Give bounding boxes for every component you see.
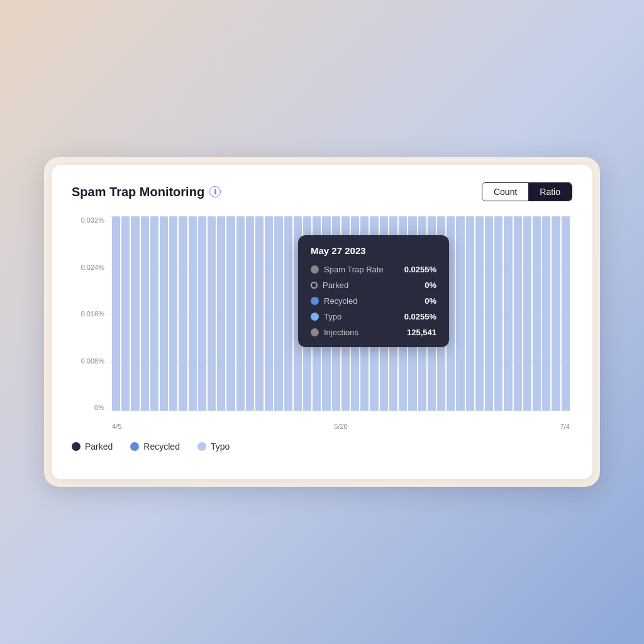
bar-typo xyxy=(160,216,168,411)
bar-group-42 xyxy=(514,216,522,411)
tooltip-dot-typo xyxy=(311,313,319,321)
bar-group-38 xyxy=(475,216,484,411)
bar-group-3 xyxy=(141,216,149,411)
bar-typo xyxy=(198,216,206,411)
tooltip-label-injections: Injections xyxy=(324,328,358,337)
bar-typo xyxy=(246,216,254,411)
tooltip-label-typo: Typo xyxy=(324,312,341,321)
tooltip-row-parked: Parked 0% xyxy=(311,280,436,290)
tooltip: May 27 2023 Spam Trap Rate 0.0255% Parke… xyxy=(298,235,449,347)
bar-group-5 xyxy=(160,216,168,411)
tooltip-left-typo: Typo xyxy=(311,312,341,321)
legend-label-typo: Typo xyxy=(211,441,230,452)
tooltip-value-typo: 0.0255% xyxy=(404,312,436,321)
y-label-0: 0% xyxy=(72,404,104,411)
bar-typo xyxy=(523,216,531,411)
bar-group-13 xyxy=(236,216,245,411)
count-toggle[interactable]: Count xyxy=(482,183,528,201)
bar-group-18 xyxy=(284,216,292,411)
legend-dot-typo xyxy=(197,442,206,451)
bar-group-12 xyxy=(226,216,235,411)
x-label-1: 5/20 xyxy=(334,423,347,430)
bar-typo xyxy=(208,216,216,411)
bar-group-4 xyxy=(150,216,158,411)
y-label-4: 0.032% xyxy=(72,216,104,224)
bar-group-41 xyxy=(504,216,512,411)
bar-group-6 xyxy=(169,216,177,411)
bar-typo xyxy=(552,216,560,411)
bar-typo xyxy=(494,216,502,411)
main-card: Spam Trap Monitoring ℹ Count Ratio 0.032… xyxy=(52,165,592,479)
bar-typo xyxy=(121,216,130,411)
chart-area: 0.032% 0.024% 0.016% 0.008% 0% 4/5 xyxy=(72,216,572,430)
tooltip-left-recycled: Recycled xyxy=(311,296,357,306)
bar-typo xyxy=(236,216,245,411)
x-axis: 4/5 5/20 7/4 xyxy=(109,423,572,430)
bar-typo xyxy=(485,216,493,411)
legend-item-typo: Typo xyxy=(197,441,230,452)
bar-typo xyxy=(141,216,149,411)
bar-typo xyxy=(265,216,273,411)
y-axis: 0.032% 0.024% 0.016% 0.008% 0% xyxy=(72,216,104,430)
tooltip-dot-recycled xyxy=(311,297,319,305)
bar-group-0 xyxy=(112,216,120,411)
bar-group-14 xyxy=(246,216,254,411)
legend-item-recycled: Recycled xyxy=(130,441,180,452)
tooltip-dot-spamtraprate xyxy=(311,265,319,274)
bar-typo xyxy=(456,216,464,411)
info-icon[interactable]: ℹ xyxy=(209,186,221,197)
bar-typo xyxy=(504,216,512,411)
tooltip-row-typo: Typo 0.0255% xyxy=(311,312,436,321)
card-header: Spam Trap Monitoring ℹ Count Ratio xyxy=(72,182,572,201)
bar-typo xyxy=(189,216,197,411)
bar-typo xyxy=(255,216,264,411)
tooltip-label-parked: Parked xyxy=(323,280,348,290)
x-label-2: 7/4 xyxy=(560,423,570,430)
bar-typo xyxy=(542,216,550,411)
bar-typo xyxy=(514,216,522,411)
tooltip-value-recycled: 0% xyxy=(425,296,436,306)
bar-typo xyxy=(475,216,484,411)
legend-label-recycled: Recycled xyxy=(143,441,180,452)
tooltip-row-injections: Injections 125,541 xyxy=(311,328,436,337)
bar-typo xyxy=(112,216,120,411)
bar-typo xyxy=(217,216,225,411)
legend-dot-recycled xyxy=(130,442,139,451)
bar-typo xyxy=(179,216,187,411)
legend-label-parked: Parked xyxy=(85,441,113,452)
tooltip-left-spamtraprate: Spam Trap Rate xyxy=(311,265,384,274)
ratio-toggle[interactable]: Ratio xyxy=(528,183,572,201)
bar-group-7 xyxy=(179,216,187,411)
toggle-group: Count Ratio xyxy=(482,182,572,201)
tooltip-left-parked: Parked xyxy=(311,280,348,290)
bar-group-10 xyxy=(208,216,216,411)
bar-group-9 xyxy=(198,216,206,411)
bar-group-16 xyxy=(265,216,273,411)
bar-group-45 xyxy=(542,216,550,411)
tooltip-label-recycled: Recycled xyxy=(324,296,357,306)
bar-group-17 xyxy=(274,216,282,411)
bar-typo xyxy=(274,216,282,411)
title-row: Spam Trap Monitoring ℹ xyxy=(72,185,221,199)
y-label-3: 0.024% xyxy=(72,264,104,271)
x-label-0: 4/5 xyxy=(112,423,121,430)
zero-line xyxy=(109,411,572,411)
legend: Parked Recycled Typo xyxy=(72,441,572,452)
bar-group-11 xyxy=(217,216,225,411)
bar-typo xyxy=(466,216,474,411)
tooltip-label-spamtraprate: Spam Trap Rate xyxy=(324,265,384,274)
bar-group-43 xyxy=(523,216,531,411)
tooltip-value-injections: 125,541 xyxy=(407,328,436,337)
tooltip-row-spamtraprate: Spam Trap Rate 0.0255% xyxy=(311,265,436,274)
tooltip-row-recycled: Recycled 0% xyxy=(311,296,436,306)
bar-group-40 xyxy=(494,216,502,411)
tooltip-value-parked: 0% xyxy=(425,280,436,290)
tooltip-left-injections: Injections xyxy=(311,328,358,337)
bar-group-36 xyxy=(456,216,464,411)
tooltip-dot-injections xyxy=(311,328,319,336)
tooltip-date: May 27 2023 xyxy=(311,245,436,256)
bar-group-47 xyxy=(562,216,570,411)
tooltip-dot-parked xyxy=(311,282,318,289)
bar-typo xyxy=(226,216,235,411)
y-label-2: 0.016% xyxy=(72,310,104,318)
